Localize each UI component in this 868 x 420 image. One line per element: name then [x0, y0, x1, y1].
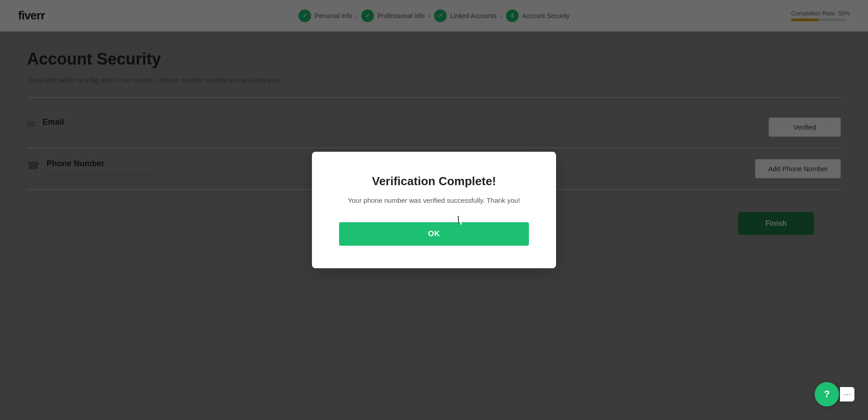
modal-ok-button[interactable]: OK: [339, 222, 529, 246]
help-button-container: ? ⋯: [815, 382, 854, 406]
modal-body: Your phone number was verified successfu…: [339, 196, 529, 206]
help-circle-button[interactable]: ?: [815, 382, 839, 406]
modal-title: Verification Complete!: [339, 174, 529, 188]
help-question-icon: ?: [824, 388, 830, 400]
modal-overlay[interactable]: Verification Complete! Your phone number…: [0, 0, 868, 420]
modal: Verification Complete! Your phone number…: [312, 152, 556, 268]
help-more-icon: ⋯: [844, 390, 851, 399]
help-more-button[interactable]: ⋯: [840, 387, 854, 401]
